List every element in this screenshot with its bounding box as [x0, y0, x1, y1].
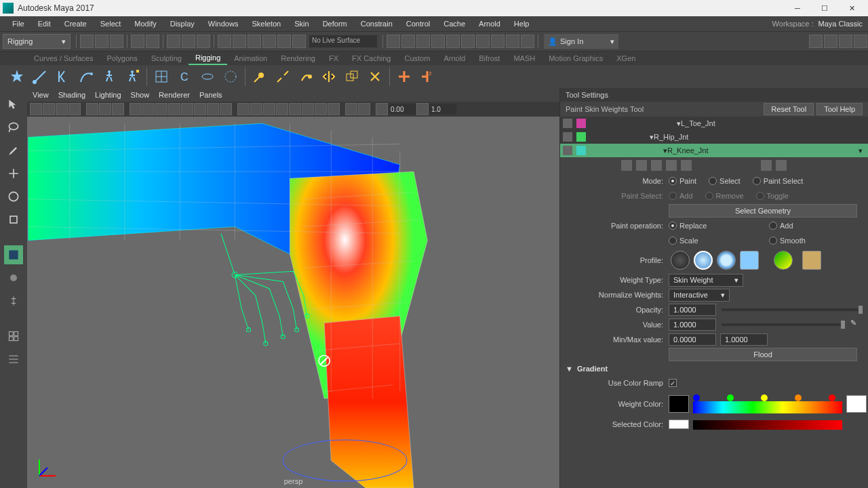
- menu-select[interactable]: Select: [94, 20, 128, 28]
- vp-image-icon[interactable]: [56, 103, 68, 115]
- shelf-tab-polygons[interactable]: Polygons: [100, 52, 144, 65]
- modeling-toolkit-icon[interactable]: [809, 35, 823, 48]
- shelf-nonlinear-icon[interactable]: [220, 66, 241, 87]
- vp-isolate-icon[interactable]: [345, 103, 357, 115]
- profile-soft-icon[interactable]: [694, 251, 713, 270]
- shelf-tab-xgen[interactable]: XGen: [610, 52, 642, 65]
- shelf-joint-icon[interactable]: [30, 66, 50, 87]
- shelf-tab-sculpting[interactable]: Sculpting: [144, 52, 189, 65]
- menu-arnold[interactable]: Arnold: [472, 20, 507, 28]
- vp-light4-icon[interactable]: [276, 103, 288, 115]
- paint-tool-icon[interactable]: [4, 141, 23, 160]
- save-scene-icon[interactable]: [110, 35, 123, 48]
- vp-film-icon[interactable]: [68, 103, 81, 115]
- shelf-blendshape-icon[interactable]: [197, 66, 218, 87]
- scale-tool-icon[interactable]: [4, 210, 23, 229]
- select-tool-icon[interactable]: [4, 95, 23, 114]
- shelf-quickrig-icon[interactable]: [122, 66, 142, 87]
- shelf-tab-arnold[interactable]: Arnold: [437, 52, 472, 65]
- maximize-button[interactable]: ☐: [811, 0, 838, 16]
- profile-browse-icon[interactable]: [802, 251, 821, 270]
- opacity-slider[interactable]: [722, 308, 863, 311]
- menu-create[interactable]: Create: [58, 20, 94, 28]
- vp-gate-icon[interactable]: [99, 103, 111, 115]
- shelf-lattice-icon[interactable]: [151, 66, 172, 87]
- shelf-tab-rigging[interactable]: Rigging: [189, 52, 227, 65]
- paint-select-icon[interactable]: [197, 35, 210, 48]
- vp-camera-icon[interactable]: [30, 103, 42, 115]
- render-view-icon[interactable]: [416, 35, 430, 48]
- vp-light3-icon[interactable]: [263, 103, 275, 115]
- channel-box-icon[interactable]: [854, 35, 867, 48]
- opacity-field[interactable]: 1.0000: [669, 304, 716, 316]
- menu-control[interactable]: Control: [399, 20, 437, 28]
- hypershade-icon[interactable]: [446, 35, 460, 48]
- undo-icon[interactable]: [131, 35, 144, 48]
- vp-shading6-icon[interactable]: [194, 103, 206, 115]
- mode-dropdown[interactable]: Rigging▾: [3, 34, 71, 49]
- value-field[interactable]: 1.0000: [669, 319, 716, 331]
- vp-res-icon[interactable]: [112, 103, 124, 115]
- playback-next-icon[interactable]: [521, 35, 534, 48]
- menu-edit[interactable]: Edit: [31, 20, 58, 28]
- gradient-section-header[interactable]: ▼Gradient: [560, 362, 868, 375]
- vp-light1-icon[interactable]: [237, 103, 250, 115]
- shelf-tab-bifrost[interactable]: Bifrost: [472, 52, 507, 65]
- shelf-tab-animation[interactable]: Animation: [227, 52, 274, 65]
- tool-help-button[interactable]: Tool Help: [816, 103, 863, 115]
- light-editor-icon[interactable]: [461, 35, 475, 48]
- ramp-handle-icon[interactable]: [829, 394, 835, 401]
- vp-xray-icon[interactable]: [358, 103, 370, 115]
- vp-shading4-icon[interactable]: [168, 103, 180, 115]
- open-scene-icon[interactable]: [95, 35, 108, 48]
- move-tool-icon[interactable]: [4, 164, 23, 183]
- value-slider[interactable]: [722, 323, 845, 326]
- shelf-mirrorweights-icon[interactable]: [319, 66, 339, 87]
- shelf-humanik-icon[interactable]: [99, 66, 119, 87]
- weight-color-swatch-2[interactable]: [846, 395, 867, 413]
- profile-gaussian-icon[interactable]: [671, 251, 690, 270]
- shelf-cluster-icon[interactable]: C: [174, 66, 195, 87]
- shelf-tab-rendering[interactable]: Rendering: [274, 52, 322, 65]
- snap-live-icon[interactable]: [277, 35, 291, 48]
- shelf-tab-fx[interactable]: FX: [322, 52, 345, 65]
- profile-square-icon[interactable]: [740, 251, 759, 270]
- last-tool-icon[interactable]: [4, 245, 23, 264]
- profile-solid-icon[interactable]: [717, 251, 736, 270]
- weight-type-dropdown[interactable]: Skin Weight▾: [669, 274, 743, 287]
- render-settings-icon[interactable]: [431, 35, 445, 48]
- selected-color-ramp[interactable]: [693, 420, 842, 430]
- vp-light5-icon[interactable]: [289, 103, 301, 115]
- menu-skin[interactable]: Skin: [288, 20, 315, 28]
- menu-deform[interactable]: Deform: [316, 20, 354, 28]
- select-mode-icon[interactable]: [167, 35, 180, 48]
- use-ramp-checkbox[interactable]: [669, 379, 677, 387]
- vp-light7-icon[interactable]: [315, 103, 327, 115]
- fix-icon[interactable]: [681, 160, 692, 171]
- shelf-copyweights-icon[interactable]: [342, 66, 362, 87]
- menu-skeleton[interactable]: Skeleton: [245, 20, 288, 28]
- vp-light2-icon[interactable]: [250, 103, 262, 115]
- signin-dropdown[interactable]: 👤 Sign In▾: [544, 34, 618, 49]
- soft-select-icon[interactable]: [4, 268, 23, 287]
- color-ramp[interactable]: [693, 401, 842, 413]
- paste-icon[interactable]: [636, 160, 647, 171]
- playback-pause-icon[interactable]: [506, 35, 519, 48]
- shelf-tab-fxcaching[interactable]: FX Caching: [345, 52, 397, 65]
- shelf-parent-icon[interactable]: [394, 66, 414, 87]
- vp-exposure-field[interactable]: 0.00: [389, 104, 416, 115]
- lasso-icon[interactable]: [182, 35, 195, 48]
- vp-light6-icon[interactable]: [302, 103, 314, 115]
- vp-shading2-icon[interactable]: [142, 103, 155, 115]
- selected-color-swatch[interactable]: [669, 420, 689, 429]
- minimize-button[interactable]: ─: [784, 0, 811, 16]
- playback-prev-icon[interactable]: [491, 35, 505, 48]
- lock-icon[interactable]: [563, 119, 572, 128]
- snap-plane-icon[interactable]: [262, 35, 276, 48]
- snap-curve-icon[interactable]: [233, 35, 246, 48]
- tool-settings-icon[interactable]: [839, 35, 852, 48]
- vp-exposure-icon[interactable]: [376, 103, 388, 115]
- viewport[interactable]: persp: [27, 117, 559, 488]
- mode-paint-radio[interactable]: Paint: [669, 177, 696, 185]
- list-mode1-icon[interactable]: [761, 160, 772, 171]
